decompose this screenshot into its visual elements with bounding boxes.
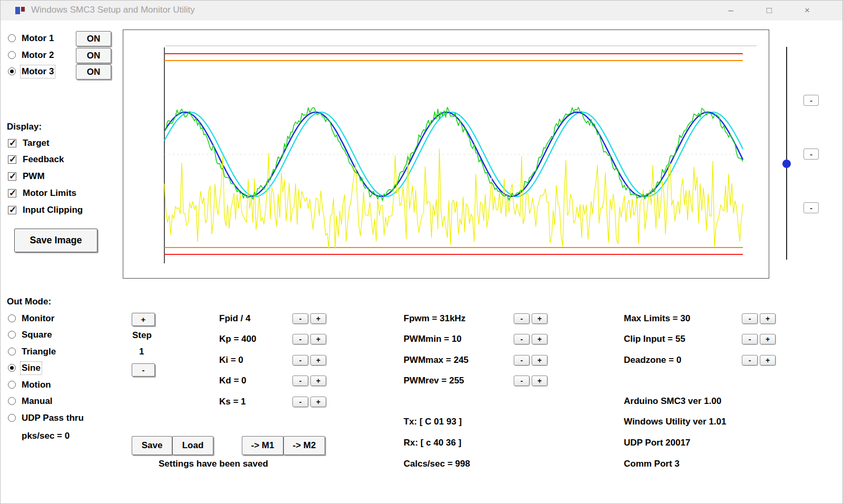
fpid-minus-button[interactable]: -	[292, 313, 308, 324]
fpwm-label: Fpwm = 31kHz	[404, 313, 512, 324]
deadzone-plus-button[interactable]: +	[760, 355, 776, 365]
kd-label: Kd = 0	[219, 375, 290, 386]
input-clipping-checkbox[interactable]	[8, 206, 16, 214]
pwmmax-label: PWMmax = 245	[404, 355, 512, 365]
ks-minus-button[interactable]: -	[292, 397, 308, 407]
save-button[interactable]: Save	[132, 436, 172, 455]
slider-thumb[interactable]	[782, 160, 791, 168]
scale-minus-middle-button[interactable]: -	[803, 149, 819, 160]
ks-plus-button[interactable]: +	[310, 397, 326, 407]
out-mode-udp-radio[interactable]	[8, 414, 16, 422]
send-m1-button[interactable]: -> M1	[242, 436, 283, 455]
deadzone-minus-button[interactable]: -	[742, 355, 758, 365]
save-image-button[interactable]: Save Image	[14, 229, 97, 252]
out-mode-sine-radio[interactable]	[8, 364, 16, 372]
out-mode-sine-label: Sine	[22, 363, 41, 373]
out-mode-manual-label: Manual	[22, 396, 53, 407]
motor-limits-checkbox[interactable]	[8, 189, 16, 197]
titlebar: Windows SMC3 Setup and Monitor Utility –…	[1, 1, 842, 21]
fpwm-row: Fpwm = 31kHz - +	[404, 308, 547, 329]
fpwm-minus-button[interactable]: -	[514, 313, 530, 324]
max-limits-row: Max Limits = 30 - +	[624, 308, 776, 329]
kp-plus-button[interactable]: +	[310, 334, 326, 344]
pwm-checkbox-label: PWM	[23, 171, 45, 182]
out-mode-square-label: Square	[22, 330, 52, 340]
deadzone-row: Deadzone = 0 - +	[624, 350, 776, 371]
ks-label: Ks = 1	[219, 397, 290, 407]
step-plus-button[interactable]: +	[132, 313, 155, 326]
out-mode-manual-radio[interactable]	[8, 397, 16, 405]
out-mode-monitor-radio[interactable]	[8, 314, 16, 322]
udp-port-label: UDP Port 20017	[624, 438, 690, 448]
max-limits-plus-button[interactable]: +	[760, 313, 776, 324]
out-mode-triangle-label: Triangle	[22, 347, 56, 357]
out-mode-monitor-label: Monitor	[22, 313, 54, 324]
motor-3-radio[interactable]	[8, 67, 16, 75]
motor-2-on-button[interactable]: ON	[76, 48, 111, 63]
out-mode-motion-radio[interactable]	[8, 381, 16, 389]
pwmrev-plus-button[interactable]: +	[532, 375, 547, 386]
kd-minus-button[interactable]: -	[292, 375, 308, 386]
feedback-checkbox-label: Feedback	[23, 154, 64, 165]
scale-minus-bottom-button[interactable]: -	[803, 202, 819, 213]
load-button[interactable]: Load	[172, 436, 213, 455]
ki-row: Ki = 0 - +	[219, 350, 326, 371]
pwmmax-row: PWMmax = 245 - +	[404, 350, 547, 371]
step-minus-button[interactable]: -	[132, 363, 155, 377]
pid-params-column: Fpid / 4 - + Kp = 400 - + Ki = 0 - + Kd …	[219, 308, 326, 412]
fpid-plus-button[interactable]: +	[310, 313, 326, 324]
motor-1-on-button[interactable]: ON	[76, 31, 111, 46]
ki-label: Ki = 0	[219, 355, 290, 365]
max-limits-minus-button[interactable]: -	[742, 313, 758, 324]
limit-params-column: Max Limits = 30 - + Clip Input = 55 - + …	[624, 308, 776, 371]
motor-1-radio[interactable]	[8, 34, 16, 42]
oscilloscope-chart	[123, 29, 769, 279]
pwmmax-plus-button[interactable]: +	[532, 355, 547, 365]
fpwm-plus-button[interactable]: +	[532, 313, 547, 324]
step-value: 1	[139, 347, 144, 357]
scale-minus-top-button[interactable]: -	[803, 95, 819, 106]
maximize-button[interactable]: □	[753, 1, 786, 21]
motor-1-label: Motor 1	[22, 33, 54, 44]
ks-row: Ks = 1 - +	[219, 391, 326, 412]
clip-input-plus-button[interactable]: +	[760, 334, 776, 344]
max-limits-label: Max Limits = 30	[624, 313, 740, 324]
scale-slider-track[interactable]	[786, 47, 787, 260]
step-label: Step	[132, 330, 152, 341]
clip-input-minus-button[interactable]: -	[742, 334, 758, 344]
utility-version-label: Windows Utility ver 1.01	[624, 417, 726, 427]
pwmrev-minus-button[interactable]: -	[514, 375, 530, 386]
pwmmin-plus-button[interactable]: +	[532, 334, 547, 344]
kd-row: Kd = 0 - +	[219, 371, 326, 392]
calcs-status: Calcs/sec = 998	[404, 459, 470, 469]
kd-plus-button[interactable]: +	[310, 375, 326, 386]
motor-3-on-button[interactable]: ON	[76, 64, 111, 80]
display-heading: Display:	[7, 122, 42, 132]
ki-minus-button[interactable]: -	[292, 355, 308, 365]
out-mode-motion-label: Motion	[22, 380, 51, 390]
deadzone-label: Deadzone = 0	[624, 355, 740, 365]
clip-input-row: Clip Input = 55 - +	[624, 329, 776, 350]
app-window: Windows SMC3 Setup and Monitor Utility –…	[0, 0, 843, 504]
tx-status: Tx: [ C 01 93 ]	[404, 417, 462, 427]
pwmmax-minus-button[interactable]: -	[514, 355, 530, 365]
target-checkbox-label: Target	[23, 138, 50, 149]
pwm-checkbox[interactable]	[8, 172, 16, 181]
pwmmin-minus-button[interactable]: -	[514, 334, 530, 344]
motor-2-label: Motor 2	[22, 50, 54, 61]
rx-status: Rx: [ c 40 36 ]	[404, 438, 462, 448]
kp-row: Kp = 400 - +	[219, 329, 326, 350]
send-m2-button[interactable]: -> M2	[283, 436, 325, 455]
out-mode-triangle-radio[interactable]	[8, 348, 16, 355]
minimize-button[interactable]: –	[714, 1, 747, 21]
kp-minus-button[interactable]: -	[292, 334, 308, 344]
motor-2-radio[interactable]	[8, 51, 16, 59]
close-button[interactable]: ×	[791, 1, 824, 21]
fpid-label: Fpid / 4	[219, 313, 290, 324]
ki-plus-button[interactable]: +	[310, 355, 326, 365]
feedback-checkbox[interactable]	[8, 155, 16, 164]
pwmmin-label: PWMmin = 10	[404, 334, 512, 344]
target-checkbox[interactable]	[8, 139, 16, 147]
out-mode-square-radio[interactable]	[8, 331, 16, 339]
app-icon	[15, 6, 25, 15]
